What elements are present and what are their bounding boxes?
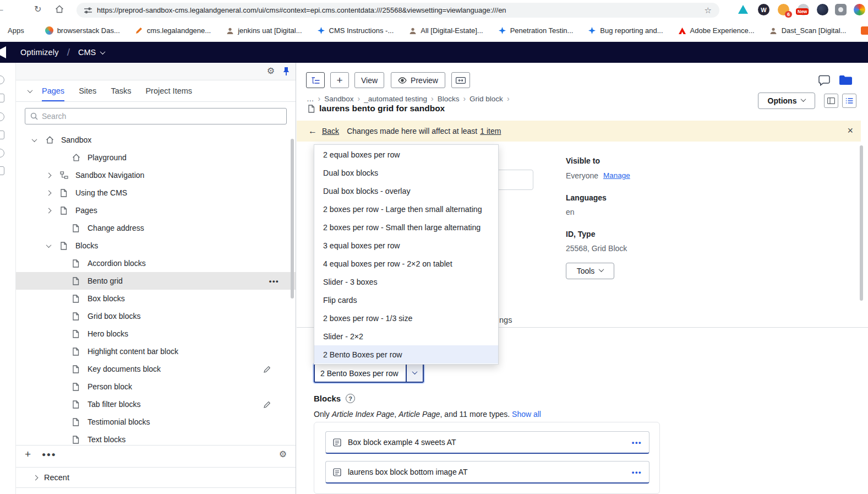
extension-w-icon[interactable]: W — [758, 4, 769, 15]
bookmark-episerver-c[interactable]: Episerver C... — [861, 26, 868, 35]
tree-item-key-documents-block[interactable]: Key documents block — [16, 360, 296, 378]
extension-warning-triangle-icon[interactable] — [738, 5, 748, 14]
tab-project-items[interactable]: Project Items — [145, 80, 192, 101]
tree-item-person-block[interactable]: Person block — [16, 378, 296, 395]
compare-views-button[interactable] — [451, 72, 470, 88]
dropdown-option-3-equal-boxes-per-row[interactable]: 3 equal boxes per row — [314, 236, 498, 254]
breadcrumb-item-sandbox[interactable]: Sandbox — [324, 95, 353, 103]
preview-button[interactable]: Preview — [391, 72, 445, 88]
bookmark-browserstack-das[interactable]: browserstack Das... — [45, 26, 120, 35]
list-view-button[interactable] — [842, 94, 856, 108]
back-icon[interactable]: ← — [0, 4, 5, 14]
tree-item-pages[interactable]: Pages — [16, 202, 296, 219]
layout-columns-button[interactable] — [824, 94, 838, 108]
extension-color-wheel-icon[interactable] — [854, 4, 865, 15]
chevron-down-icon[interactable] — [32, 138, 46, 142]
dropdown-option-dual-box-blocks-overlay[interactable]: Dual box blocks - overlay — [314, 182, 498, 200]
apps-shortcut[interactable]: Apps — [8, 26, 24, 35]
tree-item-sandbox[interactable]: Sandbox — [16, 131, 296, 149]
tree-item-using-the-cms[interactable]: Using the CMS — [16, 184, 296, 202]
select-chevron-button[interactable] — [406, 365, 423, 382]
dropdown-option-4-equal-boxes-per-row-2-2-on-tablet[interactable]: 4 equal boxes per row - 2×2 on tablet — [314, 254, 498, 273]
bookmark-all-digital-estate[interactable]: All [Digital-Estate]... — [408, 26, 483, 35]
breadcrumb-item-blocks[interactable]: Blocks — [438, 95, 460, 103]
block-item-laurens-box-block-bottom-image-at[interactable]: laurens box block bottom image AT••• — [325, 461, 649, 484]
product-switcher[interactable]: CMS — [78, 48, 105, 57]
back-arrow-icon[interactable]: ← — [308, 126, 317, 136]
rail-icon-4[interactable] — [0, 131, 4, 139]
bookmark-penetration-testin[interactable]: Penetration Testin... — [498, 26, 574, 35]
rail-icon-3[interactable] — [0, 112, 4, 121]
context-menu-button[interactable]: ••• — [269, 277, 279, 285]
block-item-menu-button[interactable]: ••• — [632, 468, 642, 476]
dropdown-option-dual-box-blocks[interactable]: Dual box blocks — [314, 164, 498, 182]
toggle-navigation-button[interactable] — [306, 72, 325, 88]
tree-item-tab-filter-blocks[interactable]: Tab filter blocks — [16, 395, 296, 413]
tree-item-change-address[interactable]: Change address — [16, 219, 296, 237]
bookmark-star-icon[interactable]: ☆ — [705, 6, 712, 15]
tree-settings-gear-icon[interactable]: ⚙ — [279, 450, 287, 459]
block-item-menu-button[interactable]: ••• — [632, 438, 642, 447]
breadcrumb-item-[interactable]: … — [307, 95, 314, 103]
dropdown-option-2-equal-boxes-per-row[interactable]: 2 equal boxes per row — [314, 145, 498, 164]
bookmark-cms-legalandgene[interactable]: cms.legalandgene... — [135, 26, 211, 35]
breadcrumb-item-grid-block[interactable]: Grid block — [470, 95, 503, 103]
browser-home-icon[interactable] — [55, 5, 64, 13]
rail-icon-2[interactable] — [0, 94, 4, 102]
url-bar[interactable]: https://preprod-sandbox-cms.legalandgene… — [77, 3, 719, 18]
rail-icon-1[interactable] — [0, 75, 4, 84]
dropdown-option-2-bento-boxes-per-row[interactable]: 2 Bento Boxes per row — [314, 345, 498, 363]
chevron-right-icon[interactable] — [47, 209, 60, 213]
bookmark-jenkins-uat-digital[interactable]: jenkins uat [Digital... — [226, 26, 302, 35]
tree-item-accordion-blocks[interactable]: Accordion blocks — [16, 254, 296, 272]
block-item-box-block-example-4-sweets-at[interactable]: Box block example 4 sweets AT••• — [325, 431, 649, 454]
rail-icon-5[interactable] — [0, 149, 4, 158]
extension-orange-icon[interactable]: 6 — [778, 4, 789, 15]
extension-new-icon[interactable]: New — [798, 4, 809, 15]
dropdown-option-flip-cards[interactable]: Flip cards — [314, 291, 498, 309]
tree-item-hero-blocks[interactable]: Hero blocks — [16, 325, 296, 343]
tree-scrollbar[interactable] — [291, 139, 294, 298]
add-content-button[interactable]: + — [25, 449, 31, 459]
pin-panel-icon[interactable] — [282, 67, 290, 76]
breadcrumb-item-automated-testing[interactable]: _automated testing — [364, 95, 427, 103]
tree-item-grid-box-blocks[interactable]: Grid box blocks — [16, 307, 296, 325]
bookmark-cms-instructions[interactable]: CMS Instructions -... — [317, 26, 394, 35]
search-input[interactable] — [42, 112, 281, 121]
rail-icon-6[interactable] — [0, 166, 4, 175]
tab-pages[interactable]: Pages — [42, 80, 64, 101]
options-button[interactable]: Options — [758, 93, 815, 109]
tab-tasks[interactable]: Tasks — [111, 80, 131, 101]
collapse-panel-chevron-icon[interactable] — [28, 80, 32, 101]
help-question-icon[interactable]: ? — [346, 394, 355, 403]
tab-settings-partial[interactable]: ngs — [499, 316, 512, 324]
dropdown-option-2-boxes-per-row-large-then-small-alternating[interactable]: 2 boxes per row - Large then small alter… — [314, 200, 498, 218]
dropdown-option-slider-2-2[interactable]: Slider - 2×2 — [314, 327, 498, 345]
project-folder-icon[interactable] — [839, 75, 853, 85]
chevron-right-icon[interactable] — [47, 173, 60, 177]
recent-section-toggle[interactable]: Recent — [16, 467, 296, 488]
site-info-icon[interactable] — [84, 7, 92, 14]
reload-icon[interactable]: ↻ — [34, 4, 41, 14]
tree-item-bento-grid[interactable]: Bento grid••• — [16, 272, 296, 290]
tree-item-box-blocks[interactable]: Box blocks — [16, 290, 296, 307]
tools-button[interactable]: Tools — [566, 263, 614, 279]
back-link[interactable]: Back — [322, 127, 339, 135]
panel-settings-gear-icon[interactable]: ⚙ — [267, 67, 275, 75]
dropdown-option-slider-3-boxes[interactable]: Slider - 3 boxes — [314, 273, 498, 291]
chevron-right-icon[interactable] — [47, 191, 60, 195]
extension-camera-icon[interactable] — [835, 4, 847, 15]
extension-globe-icon[interactable] — [817, 4, 828, 15]
add-button[interactable]: + — [330, 72, 349, 88]
tab-sites[interactable]: Sites — [79, 80, 96, 101]
tree-item-sandbox-navigation[interactable]: Sandbox Navigation — [16, 166, 296, 184]
tree-item-blocks[interactable]: Blocks — [16, 237, 296, 254]
comments-bubble-icon[interactable] — [818, 75, 831, 86]
tree-item-playground[interactable]: Playground — [16, 149, 296, 166]
layout-select[interactable]: 2 Bento Boxes per row — [314, 363, 424, 383]
manage-link[interactable]: Manage — [603, 171, 630, 180]
dropdown-option-2-boxes-per-row-small-then-large-alternating[interactable]: 2 boxes per row - Small then large alter… — [314, 218, 498, 236]
show-all-link[interactable]: Show all — [512, 410, 541, 419]
more-actions-button[interactable]: ●●● — [42, 450, 56, 458]
view-button[interactable]: View — [354, 72, 384, 88]
